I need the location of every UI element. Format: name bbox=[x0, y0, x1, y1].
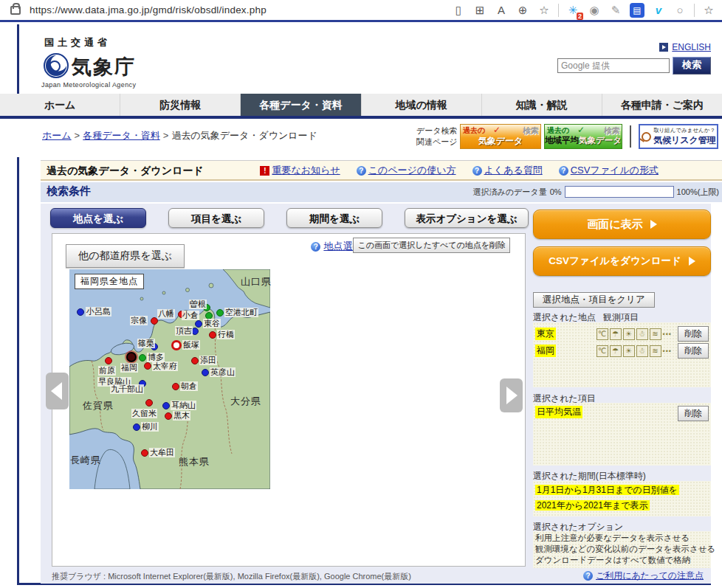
station-label[interactable]: 篠栗 bbox=[137, 339, 155, 348]
read-aloud-icon[interactable]: A bbox=[494, 3, 509, 18]
titlebar-link[interactable]: CSVファイルの形式 bbox=[571, 164, 659, 177]
station-marker[interactable] bbox=[195, 320, 202, 328]
station-label[interactable]: 英彦山 bbox=[210, 367, 235, 377]
split-screen-icon[interactable]: ▯ bbox=[451, 3, 466, 18]
page-title: 過去の気象データ・ダウンロード bbox=[47, 161, 204, 180]
nav-item-5[interactable]: 知識・解説 bbox=[481, 94, 602, 116]
nav-item-2[interactable]: 防災情報 bbox=[120, 94, 240, 116]
station-label[interactable]: 黒木 bbox=[173, 411, 190, 421]
station-marker[interactable] bbox=[139, 354, 146, 362]
breadcrumb-item[interactable]: 各種データ・資料 bbox=[83, 130, 160, 141]
ext-signature-icon[interactable]: ✎ bbox=[608, 3, 623, 18]
nav-item-4[interactable]: 地域の情報 bbox=[361, 94, 481, 116]
toolbar-divider bbox=[558, 4, 559, 17]
station-label[interactable]: 飯塚 bbox=[182, 340, 200, 350]
snowman-icon: ☃ bbox=[636, 345, 648, 357]
other-prefecture-button[interactable]: 他の都道府県を選ぶ bbox=[66, 244, 185, 268]
titlebar-link-wrap: ?このページの使い方 bbox=[357, 164, 456, 177]
nav-item-1[interactable]: ホーム bbox=[0, 94, 120, 116]
related-label-line: 関連ページ bbox=[416, 136, 458, 148]
selected-station-marker[interactable] bbox=[126, 352, 137, 362]
station-marker[interactable] bbox=[165, 412, 172, 420]
station-label[interactable]: 曽根 bbox=[189, 300, 207, 309]
station-marker[interactable] bbox=[209, 331, 216, 339]
station-label[interactable]: 久留米 bbox=[131, 409, 157, 418]
favorites-add-icon[interactable]: ☆ bbox=[537, 3, 551, 18]
site-search-button[interactable]: 検索 bbox=[673, 57, 711, 75]
station-label[interactable]: 九千部山 bbox=[110, 384, 144, 394]
station-marker[interactable] bbox=[77, 308, 84, 316]
breadcrumb-item[interactable]: ホーム bbox=[42, 130, 72, 141]
prefecture-label: 熊本県 bbox=[179, 455, 210, 468]
address-bar-url[interactable]: https://www.data.jma.go.jp/gmd/risk/obsd… bbox=[30, 4, 267, 15]
station-label[interactable]: 八幡 bbox=[157, 309, 175, 319]
collections-icon[interactable]: ☆ bbox=[701, 3, 716, 18]
station-marker[interactable] bbox=[172, 383, 179, 390]
station-marker[interactable] bbox=[133, 423, 140, 431]
station-label[interactable]: 頂吉 bbox=[175, 326, 193, 336]
delete-item-button[interactable]: 削除 bbox=[678, 406, 709, 421]
english-link[interactable]: ENGLISH bbox=[672, 42, 711, 52]
titlebar-link[interactable]: よくある質問 bbox=[484, 164, 543, 177]
tab-4[interactable]: 表示オプションを選ぶ bbox=[405, 208, 529, 228]
tab-3[interactable]: 期間を選ぶ bbox=[286, 208, 382, 228]
sun-icon: ☀ bbox=[623, 328, 635, 340]
related-banner-green[interactable]: 過去の✓検索地域平均気象データ bbox=[544, 124, 622, 149]
usage-notice-link[interactable]: ご利用にあたっての注意点 bbox=[596, 570, 704, 582]
station-label[interactable]: 朝倉 bbox=[180, 381, 198, 391]
prefecture-label: 山口県 bbox=[241, 275, 272, 288]
ext-snowflake-icon[interactable]: ✳2 bbox=[565, 3, 580, 18]
breadcrumb: ホーム>各種データ・資料>過去の気象データ・ダウンロード bbox=[42, 129, 317, 142]
delete-all-stations-button[interactable]: この画面で選択したすべての地点を削除 bbox=[353, 238, 510, 253]
titlebar-link[interactable]: このページの使い方 bbox=[368, 164, 456, 177]
nav-item-3[interactable]: 各種データ・資料 bbox=[240, 94, 360, 116]
related-banner-risk[interactable]: 取り組んでみませんか？気候リスク管理 bbox=[639, 124, 718, 149]
related-banner-orange[interactable]: 過去の✓検索気象データ bbox=[460, 124, 541, 149]
station-label[interactable]: 耳納山 bbox=[171, 401, 196, 410]
arrow-square-icon bbox=[659, 43, 668, 52]
display-button-label: 画面に表示 bbox=[587, 218, 642, 232]
clear-selection-button[interactable]: 選択地点・項目をクリア bbox=[533, 292, 655, 308]
umbrella-icon: ☂ bbox=[610, 328, 622, 340]
tab-2[interactable]: 項目を選ぶ bbox=[168, 208, 264, 228]
station-label[interactable]: 柳川 bbox=[141, 422, 159, 432]
station-label[interactable]: 小倉 bbox=[182, 311, 199, 320]
station-marker[interactable] bbox=[105, 357, 112, 364]
titlebar-link[interactable]: 重要なお知らせ bbox=[272, 164, 340, 177]
next-map-arrow-icon[interactable] bbox=[500, 378, 523, 412]
ext-shape-icon[interactable]: ○ bbox=[673, 3, 687, 18]
apps-grid-icon[interactable]: ⊞ bbox=[472, 3, 487, 18]
browser-toolbar-icons: ▯⊞A⊕☆✳2◉✎▤v○☆ bbox=[451, 3, 716, 18]
station-label[interactable]: 行橋 bbox=[217, 330, 235, 339]
station-label[interactable]: 添田 bbox=[199, 356, 217, 365]
station-marker[interactable] bbox=[171, 340, 182, 350]
station-marker[interactable] bbox=[141, 449, 148, 457]
station-label[interactable]: 宗像 bbox=[130, 316, 148, 325]
station-label[interactable]: 小呂島 bbox=[86, 307, 111, 317]
tab-1-active[interactable]: 地点を選ぶ bbox=[50, 208, 146, 228]
zoom-in-icon[interactable]: ⊕ bbox=[515, 3, 530, 18]
delete-station-button[interactable]: 削除 bbox=[678, 326, 709, 342]
delete-station-button[interactable]: 削除 bbox=[678, 343, 709, 359]
prev-map-arrow-icon[interactable] bbox=[46, 373, 69, 409]
station-label[interactable]: 東谷 bbox=[203, 319, 221, 328]
station-marker[interactable] bbox=[162, 402, 170, 409]
station-marker[interactable] bbox=[216, 309, 224, 317]
csv-download-button[interactable]: CSVファイルをダウンロード bbox=[533, 246, 711, 276]
station-marker[interactable] bbox=[202, 369, 209, 376]
ext-stamp-icon[interactable]: ◉ bbox=[587, 3, 602, 18]
station-label[interactable]: 大牟田 bbox=[149, 448, 175, 457]
extension-badge: 2 bbox=[577, 13, 583, 20]
station-label[interactable]: 前原 bbox=[98, 366, 116, 376]
ext-calendar-icon[interactable]: ▤ bbox=[630, 3, 644, 18]
station-marker[interactable] bbox=[191, 357, 199, 364]
station-marker[interactable] bbox=[144, 362, 151, 370]
google-search-input[interactable] bbox=[557, 58, 670, 73]
station-label[interactable]: 福岡 bbox=[120, 363, 138, 373]
display-on-screen-button[interactable]: 画面に表示 bbox=[533, 210, 711, 239]
station-label[interactable]: 太宰府 bbox=[152, 362, 178, 371]
nav-item-6[interactable]: 各種申請・ご案内 bbox=[602, 94, 722, 116]
station-marker[interactable] bbox=[145, 399, 153, 407]
station-label[interactable]: 空港北町 bbox=[224, 308, 258, 317]
ext-vimeo-icon[interactable]: v bbox=[651, 3, 666, 18]
